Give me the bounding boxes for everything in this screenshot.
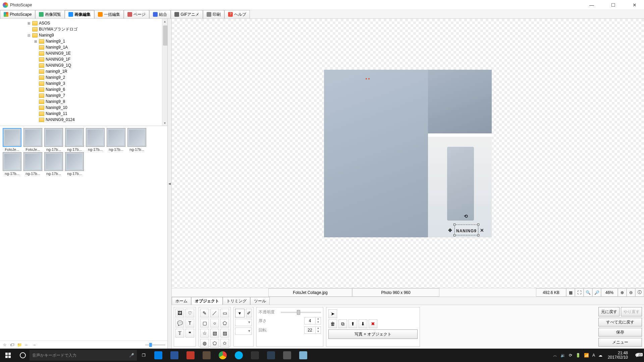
thumbnail[interactable]: FotoJe... [2,128,22,152]
thumbnail[interactable]: ng-17b... [44,152,64,176]
tag-icon[interactable]: 🏷 [9,342,15,348]
thickness-up[interactable]: ▲ [316,317,321,321]
insert-richtext-button[interactable]: 𝕋 [175,329,184,338]
edit-tab[interactable]: ツール [250,297,270,305]
select-tool[interactable]: ➤ [328,309,337,318]
folder-icon[interactable]: 📁 [17,342,22,348]
info-icon[interactable]: ⓘ [635,288,644,297]
tree-item[interactable]: NANING9_1E [0,50,167,56]
tree-item[interactable]: Naning9_11 [0,111,167,117]
filled-rounded-tool[interactable]: ▨ [220,329,229,338]
thumb-size-slider[interactable] [145,344,165,346]
tree-item[interactable]: naning9_1R [0,68,167,74]
insert-heart-button[interactable]: ♡ [185,309,194,317]
battery-icon[interactable]: 🔋 [576,353,581,358]
taskbar-app-skype[interactable] [231,349,247,362]
filled-circle-tool[interactable]: ◍ [200,339,209,348]
thumbnail[interactable]: ng-17b... [106,128,126,152]
slider-knob[interactable] [149,343,152,347]
edit-tab[interactable]: オブジェクト [191,297,223,305]
tree-item[interactable]: ⊞Naning9_1 [0,38,167,44]
thumbnail[interactable]: ng-17b... [85,128,105,152]
star-outline-tool[interactable]: ☆ [200,329,209,338]
tab-help[interactable]: ?ヘルプ [224,10,250,18]
start-button[interactable] [0,349,16,362]
zoom-fit-icon[interactable]: 🔎 [592,288,601,297]
tree-item[interactable]: ⊟Naning9 [0,32,167,38]
menu-button[interactable]: メニュー [598,338,642,347]
taskbar-app-sirius[interactable] [263,349,279,362]
duplicate-button[interactable]: ⧉ [338,319,347,328]
photo-canvas[interactable]: NANING9 ✕ ⟲ ✥ [324,70,492,237]
prev-icon[interactable]: ← [24,342,30,348]
tree-expand-icon[interactable]: ⊟ [27,34,31,37]
eyedropper-tool[interactable]: ✐ [246,309,252,317]
undo-all-button[interactable]: すべて元に戻す [598,318,642,326]
bring-front-button[interactable]: ⬆ [348,319,357,328]
insert-quote-button[interactable]: ❝ [185,329,194,338]
send-back-button[interactable]: ⬇ [359,319,367,328]
filled-pentagon-tool[interactable]: ⬠ [210,339,219,348]
taskbar-app-photoscape[interactable] [247,349,263,362]
taskbar-app-app2[interactable] [295,349,311,362]
tree-item[interactable]: Naning9_10 [0,105,167,111]
line-tool[interactable]: ／ [210,309,219,317]
maximize-button[interactable]: ☐ [606,0,620,10]
thickness-spinner[interactable]: ▲▼ [304,317,321,324]
line-style-combo[interactable]: ▾ [235,319,252,326]
thumbnail[interactable]: ng-17b... [127,128,147,152]
close-button[interactable]: ✕ [628,0,641,10]
rotate-handle-icon[interactable]: ⟲ [464,214,469,218]
thumbnail[interactable]: ng-17b... [44,128,64,152]
fit-screen-icon[interactable]: ⛶ [575,288,584,297]
remove-all-button[interactable]: ✖ [369,319,377,328]
freehand-tool[interactable]: ✎ [200,309,209,317]
minimize-button[interactable]: — [585,0,598,10]
resize-handle-br[interactable] [477,234,479,236]
taskbar-app-chrome[interactable] [215,349,231,362]
tree-item[interactable]: NANING9_1Q [0,62,167,68]
rotation-input[interactable] [305,327,315,334]
tree-item[interactable]: Naning9_6 [0,86,167,93]
taskbar-app-dropbox[interactable] [150,349,166,362]
opacity-knob[interactable] [297,310,300,315]
tree-item[interactable]: BUYMAブランドロゴ [0,26,167,32]
taskbar-app-gimp[interactable] [199,349,215,362]
rotation-spinner[interactable]: ▲▼ [304,326,321,334]
tree-item[interactable]: NANING9_1F [0,56,167,62]
tab-ps[interactable]: PhotoScape [0,10,35,18]
delete-object-icon[interactable]: ✕ [480,228,485,232]
resize-handle-bl[interactable] [453,234,455,236]
circle-outline-tool[interactable]: ○ [210,319,219,327]
tree-expand-icon[interactable]: ⊞ [34,40,38,43]
pentagon-outline-tool[interactable]: ⬠ [220,319,229,327]
next-icon[interactable]: → [32,342,37,348]
tab-combine[interactable]: 結合 [149,10,171,18]
notification-center[interactable]: 💬 23 [631,353,644,358]
thumbnail[interactable]: ng-17b... [23,152,43,176]
rounded-rect-tool[interactable]: ▢ [200,319,209,327]
resize-handle-tl[interactable] [453,224,455,226]
thickness-input[interactable] [305,317,315,324]
tree-expand-icon[interactable]: ⊞ [27,21,31,25]
rotation-down[interactable]: ▼ [316,330,321,334]
actual-size-icon[interactable]: 🔍 [584,288,592,297]
tab-view[interactable]: 画像閲覧 [35,10,65,18]
clock[interactable]: 21:48 2017/02/10 [605,351,631,360]
tray-chevron-icon[interactable]: ︿ [553,353,557,358]
transparency-grid-icon[interactable]: ▦ [566,288,575,297]
thumbnail[interactable]: ng-17b... [64,152,85,176]
resize-handle-tr[interactable] [477,224,479,226]
tree-item[interactable]: Naning9_2 [0,74,167,80]
edit-tab[interactable]: トリミング [223,297,250,305]
taskbar-app-grc[interactable] [182,349,199,362]
tree-item[interactable]: Naning9_3 [0,80,167,86]
scroll-thumb[interactable] [163,25,167,46]
ime-icon[interactable]: A [592,353,595,358]
panel-divider[interactable]: ◀ [168,19,172,349]
search-box[interactable]: 音声かキーボードで入力 🎤 [30,350,137,361]
star-icon[interactable]: ☆ [2,342,7,348]
thickness-down[interactable]: ▼ [316,321,321,324]
fill-style-combo[interactable]: ▾ [235,327,252,335]
tree-item[interactable]: ⊞ASOS [0,20,167,26]
